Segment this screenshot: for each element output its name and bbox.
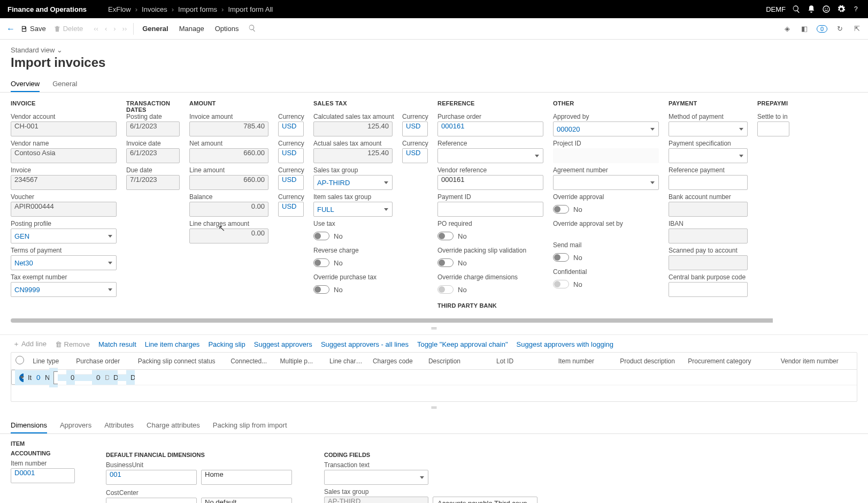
col-header[interactable]: Charges code [368,353,424,370]
count-badge[interactable]: 0 [817,25,827,33]
actual-tax-field[interactable]: 125.40 [313,148,393,163]
currency-field[interactable]: USD [402,148,428,163]
settle-field[interactable] [757,121,789,136]
cell-vendor-item[interactable]: D0001 [126,370,135,385]
notifications-icon[interactable] [807,5,816,13]
cell-po[interactable]: 000161 [32,370,41,385]
back-arrow-icon[interactable]: ← [6,24,15,34]
col-header[interactable]: Multiple p... [276,353,325,370]
col-header[interactable]: Packing slip connect status [134,353,226,370]
col-header[interactable]: Connected... [226,353,275,370]
method-payment-select[interactable] [669,121,748,136]
terms-payment-select[interactable]: Net30 [11,255,117,270]
bank-account-field[interactable] [669,202,748,217]
tax-exempt-select[interactable]: CN9999 [11,282,117,297]
cell-prod-desc[interactable]: D0001 [109,370,118,385]
vendor-reference-field[interactable]: 000161 [437,175,543,190]
resize-grip[interactable]: ═ [0,403,868,411]
tab-overview[interactable]: Overview [11,77,40,92]
tab-charge-attributes[interactable]: Charge attributes [147,418,200,433]
row-checkbox[interactable]: ✓ [19,374,24,382]
search-icon[interactable] [792,5,801,13]
col-header[interactable]: Product description [616,353,683,370]
invoice-amount-field[interactable]: 785.40 [189,121,268,136]
item-number-field[interactable]: D0001 [11,468,75,483]
tab-options[interactable]: Options [215,25,239,33]
line-charges-field[interactable]: 0.00 [189,228,268,243]
delete-button[interactable]: Delete [53,25,83,33]
connected-input[interactable] [53,371,58,384]
payment-id-field[interactable] [437,202,543,217]
voucher-field[interactable]: APIR000444 [11,202,117,217]
cost-center-desc-field[interactable]: No default [201,498,292,504]
col-header[interactable]: Lot ID [492,353,554,370]
breadcrumb[interactable]: ExFlow [108,5,131,13]
breadcrumb[interactable]: Invoices [142,5,167,13]
attachments-icon[interactable]: ◈ [782,24,792,34]
grid-link[interactable]: Suggest approvers with logging [517,340,613,348]
select-all-checkbox[interactable] [16,356,24,364]
grid-link[interactable]: Line item charges [145,340,200,348]
tab-general-inner[interactable]: General [52,77,77,92]
currency-field[interactable]: USD [278,121,304,136]
cell-connected[interactable] [49,368,58,387]
grid-link[interactable]: Packing slip [208,340,245,348]
line-amount-field[interactable]: 660.00 [189,175,268,190]
payment-spec-select[interactable] [669,148,748,163]
vendor-account-field[interactable]: CH-001 [11,121,117,136]
invoice-date-field[interactable]: 6/1/2023 [126,148,180,163]
approved-by-select[interactable]: 000020 [553,121,659,136]
override-approval-toggle[interactable] [553,205,569,214]
posting-date-field[interactable]: 6/1/2023 [126,121,180,136]
grid-link[interactable]: Suggest approvers - all lines [321,340,409,348]
tab-dimensions[interactable]: Dimensions [11,418,47,433]
grid-link[interactable]: Match result [98,340,136,348]
cell-line-type[interactable]: Item [24,370,32,385]
invoice-field[interactable]: 234567 [11,175,117,190]
due-date-field[interactable]: 7/1/2023 [126,175,180,190]
net-amount-field[interactable]: 660.00 [189,148,268,163]
po-required-toggle[interactable] [437,232,454,240]
tab-attributes[interactable]: Attributes [104,418,134,433]
purchase-order-field[interactable]: 000161 [437,121,543,136]
add-line-button[interactable]: ＋ Add line [13,339,47,349]
vendor-name-field[interactable]: Contoso Asia [11,148,117,163]
company-code[interactable]: DEMF [766,5,786,13]
col-header[interactable]: Item number [554,353,616,370]
send-mail-toggle[interactable] [553,253,569,262]
cell-charges-code[interactable] [75,374,83,381]
balance-field[interactable]: 0.00 [189,202,268,217]
cell-proc-cat[interactable] [118,374,126,381]
save-button[interactable]: Save [20,25,46,33]
override-packing-toggle[interactable] [437,258,454,267]
popout-icon[interactable]: ⇱ [852,24,862,34]
business-unit-field[interactable]: 001 [106,470,197,485]
cell-item-number[interactable]: D0001 [101,370,109,385]
resize-grip[interactable]: ═ [0,324,868,332]
currency-field[interactable]: USD [278,202,304,217]
record-nav[interactable]: ‹‹‹››› [90,25,130,33]
currency-field[interactable]: USD [278,148,304,163]
side-panel-icon[interactable]: ◧ [800,24,809,34]
refresh-icon[interactable]: ↻ [835,24,844,34]
reference-select[interactable] [437,148,543,163]
central-bank-field[interactable] [669,282,748,297]
iban-field[interactable] [669,228,748,243]
search-icon[interactable] [248,24,256,34]
lines-grid[interactable]: Line type Purchase order Packing slip co… [11,352,857,402]
col-header[interactable]: Description [424,353,492,370]
posting-profile-select[interactable]: GEN [11,228,117,243]
col-header[interactable]: Procurement category [683,353,776,370]
currency-field[interactable]: USD [278,175,304,190]
cost-center-field[interactable] [106,498,197,504]
col-header[interactable]: Purchase order [72,353,134,370]
view-selector[interactable]: Standard view⌄ [11,46,857,54]
horizontal-scrollbar[interactable] [11,318,857,323]
tab-manage[interactable]: Manage [179,25,204,33]
smiley-icon[interactable] [822,5,831,13]
reference-payment-field[interactable] [669,175,748,190]
tab-approvers[interactable]: Approvers [60,418,91,433]
business-unit-desc-field[interactable]: Home [201,470,292,485]
tab-packing-slip-import[interactable]: Packing slip from import [213,418,287,433]
tab-general[interactable]: General [142,25,168,33]
